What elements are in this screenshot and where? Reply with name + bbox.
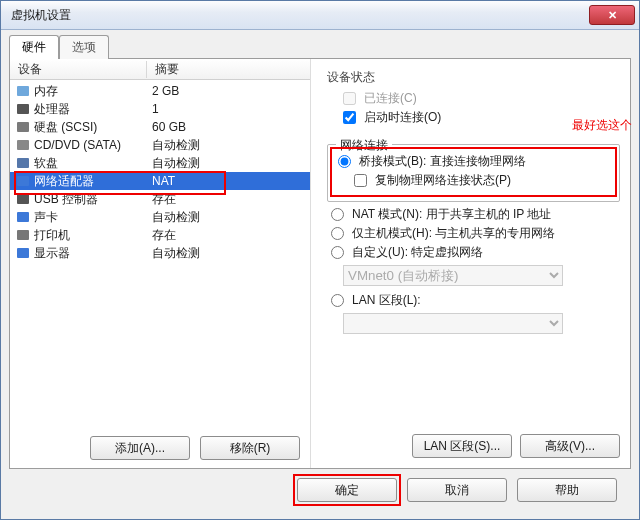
titlebar[interactable]: 虚拟机设置 ✕ bbox=[1, 1, 639, 30]
hostonly-label: 仅主机模式(H): 与主机共享的专用网络 bbox=[352, 225, 555, 242]
lan-radio[interactable] bbox=[331, 294, 344, 307]
vm-settings-window: 虚拟机设置 ✕ 硬件 选项 设备 摘要 内存2 GB处理器1硬盘 (SCSI)6… bbox=[0, 0, 640, 520]
list-item[interactable]: 内存2 GB bbox=[10, 82, 310, 100]
device-summary: 60 GB bbox=[152, 120, 310, 134]
close-icon: ✕ bbox=[608, 9, 617, 22]
svg-rect-3 bbox=[17, 140, 29, 150]
list-item[interactable]: 硬盘 (SCSI)60 GB bbox=[10, 118, 310, 136]
ok-label: 确定 bbox=[335, 482, 359, 499]
disk-icon bbox=[16, 120, 30, 134]
svg-rect-5 bbox=[17, 176, 29, 186]
device-summary: 自动检测 bbox=[152, 155, 310, 172]
lan-segments-label: LAN 区段(S)... bbox=[424, 438, 501, 455]
replicate-label: 复制物理网络连接状态(P) bbox=[375, 172, 511, 189]
close-button[interactable]: ✕ bbox=[589, 5, 635, 25]
tab-options[interactable]: 选项 bbox=[59, 35, 109, 59]
cancel-button[interactable]: 取消 bbox=[407, 478, 507, 502]
bridged-label: 桥接模式(B): 直接连接物理网络 bbox=[359, 153, 526, 170]
custom-label: 自定义(U): 特定虚拟网络 bbox=[352, 244, 483, 261]
col-summary[interactable]: 摘要 bbox=[147, 61, 310, 78]
tab-options-label: 选项 bbox=[72, 40, 96, 54]
nat-radio[interactable] bbox=[331, 208, 344, 221]
cd-icon bbox=[16, 138, 30, 152]
svg-rect-6 bbox=[17, 194, 29, 204]
sound-icon bbox=[16, 210, 30, 224]
display-icon bbox=[16, 246, 30, 260]
tab-hardware-label: 硬件 bbox=[22, 40, 46, 54]
custom-radio[interactable] bbox=[331, 246, 344, 259]
cpu-icon bbox=[16, 102, 30, 116]
nic-icon bbox=[16, 174, 30, 188]
svg-rect-9 bbox=[17, 248, 29, 258]
tab-panel: 设备 摘要 内存2 GB处理器1硬盘 (SCSI)60 GBCD/DVD (SA… bbox=[9, 58, 631, 469]
dialog-footer: 确定 取消 帮助 bbox=[9, 469, 631, 511]
remove-button[interactable]: 移除(R) bbox=[200, 436, 300, 460]
lan-segment-combo bbox=[343, 313, 563, 334]
connect-at-power-label: 启动时连接(O) bbox=[364, 109, 441, 126]
nat-label: NAT 模式(N): 用于共享主机的 IP 地址 bbox=[352, 206, 551, 223]
bridged-radio[interactable] bbox=[338, 155, 351, 168]
connect-at-power-checkbox[interactable] bbox=[343, 111, 356, 124]
device-name: 网络适配器 bbox=[34, 173, 152, 190]
lan-radio-row[interactable]: LAN 区段(L): bbox=[331, 292, 620, 309]
col-device[interactable]: 设备 bbox=[10, 61, 147, 78]
device-state-title: 设备状态 bbox=[327, 69, 620, 86]
list-item[interactable]: 显示器自动检测 bbox=[10, 244, 310, 262]
list-item[interactable]: 声卡自动检测 bbox=[10, 208, 310, 226]
device-name: 内存 bbox=[34, 83, 152, 100]
bridged-radio-row[interactable]: 桥接模式(B): 直接连接物理网络 bbox=[338, 153, 609, 170]
nat-radio-row[interactable]: NAT 模式(N): 用于共享主机的 IP 地址 bbox=[331, 206, 620, 223]
device-name: USB 控制器 bbox=[34, 191, 152, 208]
replicate-checkbox[interactable] bbox=[354, 174, 367, 187]
hostonly-radio-row[interactable]: 仅主机模式(H): 与主机共享的专用网络 bbox=[331, 225, 620, 242]
svg-rect-2 bbox=[17, 122, 29, 132]
device-summary: NAT bbox=[152, 174, 310, 188]
hardware-list[interactable]: 内存2 GB处理器1硬盘 (SCSI)60 GBCD/DVD (SATA)自动检… bbox=[10, 80, 310, 428]
replicate-row[interactable]: 复制物理网络连接状态(P) bbox=[354, 172, 609, 189]
usb-icon bbox=[16, 192, 30, 206]
right-buttons: LAN 区段(S)... 高级(V)... bbox=[327, 434, 620, 458]
dialog-body: 硬件 选项 设备 摘要 内存2 GB处理器1硬盘 (SCSI)60 GBCD/D… bbox=[1, 30, 639, 519]
custom-radio-row[interactable]: 自定义(U): 特定虚拟网络 bbox=[331, 244, 620, 261]
hardware-list-pane: 设备 摘要 内存2 GB处理器1硬盘 (SCSI)60 GBCD/DVD (SA… bbox=[10, 59, 311, 468]
list-buttons: 添加(A)... 移除(R) bbox=[10, 428, 310, 468]
advanced-button[interactable]: 高级(V)... bbox=[520, 434, 620, 458]
hostonly-radio[interactable] bbox=[331, 227, 344, 240]
custom-vmnet-combo: VMnet0 (自动桥接) bbox=[343, 265, 563, 286]
device-summary: 2 GB bbox=[152, 84, 310, 98]
list-item[interactable]: 处理器1 bbox=[10, 100, 310, 118]
ok-button[interactable]: 确定 bbox=[297, 478, 397, 502]
help-button[interactable]: 帮助 bbox=[517, 478, 617, 502]
add-button[interactable]: 添加(A)... bbox=[90, 436, 190, 460]
device-details-pane: 设备状态 已连接(C) 启动时连接(O) 网络连接 桥接模式(B): 直接连接物… bbox=[311, 59, 630, 468]
help-label: 帮助 bbox=[555, 482, 579, 499]
advanced-label: 高级(V)... bbox=[545, 438, 595, 455]
tab-hardware[interactable]: 硬件 bbox=[9, 35, 59, 59]
lan-label: LAN 区段(L): bbox=[352, 292, 421, 309]
remove-button-label: 移除(R) bbox=[230, 440, 271, 457]
list-item[interactable]: 打印机存在 bbox=[10, 226, 310, 244]
connected-label: 已连接(C) bbox=[364, 90, 417, 107]
list-item[interactable]: 网络适配器NAT bbox=[10, 172, 310, 190]
list-header: 设备 摘要 bbox=[10, 59, 310, 80]
list-item[interactable]: 软盘自动检测 bbox=[10, 154, 310, 172]
device-summary: 自动检测 bbox=[152, 209, 310, 226]
device-summary: 存在 bbox=[152, 227, 310, 244]
device-name: 显示器 bbox=[34, 245, 152, 262]
device-name: 软盘 bbox=[34, 155, 152, 172]
annotation-note: 最好选这个 bbox=[572, 117, 632, 134]
device-name: 声卡 bbox=[34, 209, 152, 226]
lan-segments-button[interactable]: LAN 区段(S)... bbox=[412, 434, 512, 458]
device-name: 硬盘 (SCSI) bbox=[34, 119, 152, 136]
network-connection-group: 网络连接 桥接模式(B): 直接连接物理网络 复制物理网络连接状态(P) bbox=[327, 144, 620, 202]
device-name: 打印机 bbox=[34, 227, 152, 244]
floppy-icon bbox=[16, 156, 30, 170]
add-button-label: 添加(A)... bbox=[115, 440, 165, 457]
svg-rect-7 bbox=[17, 212, 29, 222]
svg-rect-0 bbox=[17, 86, 29, 96]
connected-checkbox bbox=[343, 92, 356, 105]
network-title: 网络连接 bbox=[336, 137, 392, 154]
device-summary: 存在 bbox=[152, 191, 310, 208]
list-item[interactable]: USB 控制器存在 bbox=[10, 190, 310, 208]
list-item[interactable]: CD/DVD (SATA)自动检测 bbox=[10, 136, 310, 154]
